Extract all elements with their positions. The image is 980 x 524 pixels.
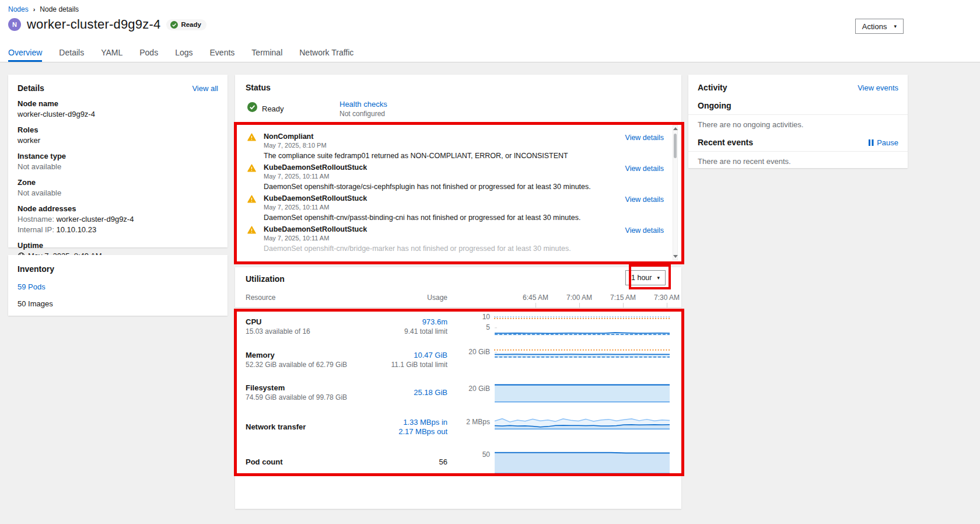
usage-value-link[interactable]: 2.17 MBps out xyxy=(398,427,447,436)
alert-description: The compliance suite fedramp01 returned … xyxy=(264,152,612,160)
y-axis-labels: 20 GiB xyxy=(447,383,495,403)
warning-triangle-icon xyxy=(247,133,256,144)
tab-pods[interactable]: Pods xyxy=(139,44,158,62)
usage-value-link[interactable]: 973.6m xyxy=(422,317,447,327)
chevron-right-icon: › xyxy=(33,6,36,13)
alert-view-details-link[interactable]: View details xyxy=(625,226,664,235)
actions-button[interactable]: Actions ▾ xyxy=(855,19,904,34)
node-icon: N xyxy=(8,18,21,31)
field-label: Uptime xyxy=(18,241,218,250)
inventory-items: 59 Pods50 Images xyxy=(18,282,218,308)
y-axis-cell: 50 xyxy=(447,445,495,478)
y-axis-tick-label: 2 MBps xyxy=(466,417,490,427)
alert-view-details-link[interactable]: View details xyxy=(625,134,664,142)
caret-down-icon: ▾ xyxy=(657,275,660,281)
details-card-header: Details View all xyxy=(18,83,218,93)
y-axis-tick-label: 50 xyxy=(482,450,490,459)
usage-total-limit: 11.1 GiB total limit xyxy=(391,361,447,369)
field-label: Zone xyxy=(18,178,218,187)
tab-label: Logs xyxy=(175,48,192,57)
alert-item: KubeDaemonSetRolloutStuck May 7, 2025, 1… xyxy=(235,160,671,191)
pause-button[interactable]: Pause xyxy=(869,138,898,147)
usage-value-link[interactable]: 1.33 MBps in xyxy=(403,418,447,427)
alert-view-details-link[interactable]: View details xyxy=(625,165,664,173)
utilization-chart xyxy=(495,383,670,403)
divider xyxy=(688,151,908,152)
time-axis-tick xyxy=(623,303,624,308)
alert-view-details-link[interactable]: View details xyxy=(625,195,664,204)
tab-overview[interactable]: Overview xyxy=(8,44,42,62)
chart-cell xyxy=(495,445,670,478)
alerts-scrollbar[interactable] xyxy=(673,125,678,260)
breadcrumb-link-nodes[interactable]: Nodes xyxy=(8,5,29,13)
resource-name: Network transfer xyxy=(246,422,375,432)
tab-label: Pods xyxy=(139,48,158,57)
breadcrumb-current: Node details xyxy=(40,5,79,13)
inventory-item[interactable]: 59 Pods xyxy=(18,282,218,291)
activity-card-title: Activity xyxy=(698,83,727,92)
alert-item: KubeDaemonSetRolloutStuck May 7, 2025, 1… xyxy=(235,222,671,253)
y-axis-cell: 105 xyxy=(447,310,495,343)
tab-label: YAML xyxy=(101,48,123,57)
view-all-link[interactable]: View all xyxy=(192,84,218,93)
usage-value-link[interactable]: 25.18 GiB xyxy=(414,388,447,397)
activity-card-header: Activity View events xyxy=(698,83,898,92)
usage-total-limit: 9.41 total limit xyxy=(404,327,447,336)
tab-label: Network Traffic xyxy=(299,48,354,57)
utilization-card: Utilization 1 hour ▾ Resource Usage 6:45… xyxy=(235,267,681,509)
resource-name: Filesystem xyxy=(246,383,375,393)
chart-cell xyxy=(495,376,670,409)
tab-logs[interactable]: Logs xyxy=(175,44,192,62)
alert-item: KubeDaemonSetRolloutStuck May 7, 2025, 1… xyxy=(235,191,671,222)
resource-name: CPU xyxy=(246,317,375,327)
time-axis-label: 7:15 AM xyxy=(610,294,636,302)
utilization-column-headers: Resource Usage 6:45 AM7:00 AM7:15 AM7:30… xyxy=(235,294,681,308)
field-values: worker-cluster-d9g9z-4 xyxy=(18,109,218,119)
scrollbar-thumb[interactable] xyxy=(674,134,677,158)
field-value-text: Not available xyxy=(18,162,61,171)
usage-cell: 973.6m9.41 total limit xyxy=(375,310,447,343)
details-field: Roles worker xyxy=(18,125,218,145)
tab-network-traffic[interactable]: Network Traffic xyxy=(299,44,354,62)
scroll-up-icon[interactable] xyxy=(673,127,678,130)
y-axis-labels: 20 GiB xyxy=(447,348,495,372)
details-field: Zone Not available xyxy=(18,178,218,198)
ongoing-empty-message: There are no ongoing activities. xyxy=(698,120,898,129)
duration-select[interactable]: 1 hour ▾ xyxy=(625,270,666,285)
field-value: Hostname: worker-cluster-d9g9z-4 xyxy=(18,214,218,224)
status-card-title: Status xyxy=(246,83,271,92)
details-field: Node addresses Hostname: worker-cluster-… xyxy=(18,204,218,235)
ongoing-section-title: Ongoing xyxy=(698,101,898,110)
tab-terminal[interactable]: Terminal xyxy=(251,44,282,62)
tab-yaml[interactable]: YAML xyxy=(101,44,123,62)
usage-value-link[interactable]: 10.47 GiB xyxy=(414,351,447,360)
chart-cell xyxy=(495,343,670,376)
y-axis-labels: 2 MBps xyxy=(447,416,495,438)
resource-name: Memory xyxy=(246,351,375,360)
time-axis-label: 7:30 AM xyxy=(654,294,680,302)
health-checks-link[interactable]: Health checks xyxy=(340,100,387,109)
alert-timestamp: May 7, 2025, 10:11 AM xyxy=(264,204,612,211)
pause-icon xyxy=(869,139,874,146)
y-axis-cell: 20 GiB xyxy=(447,343,495,376)
alert-name: KubeDaemonSetRolloutStuck xyxy=(264,163,612,172)
resource-sub: 15.03 available of 16 xyxy=(246,327,375,336)
duration-select-value: 1 hour xyxy=(631,274,652,282)
activity-card: Activity View events Ongoing There are n… xyxy=(688,75,908,168)
utilization-row: CPU 15.03 available of 16 973.6m9.41 tot… xyxy=(235,310,681,343)
ready-status-label: Ready xyxy=(262,104,284,113)
view-events-link[interactable]: View events xyxy=(858,83,898,92)
scroll-down-icon[interactable] xyxy=(673,255,678,258)
time-axis-label: 6:45 AM xyxy=(523,294,548,302)
tab-events[interactable]: Events xyxy=(210,44,235,62)
y-axis-tick-label: 20 GiB xyxy=(468,384,490,393)
resource-sub: 52.32 GiB available of 62.79 GiB xyxy=(246,361,375,369)
tab-details[interactable]: Details xyxy=(59,44,84,62)
time-axis-tick xyxy=(579,303,580,308)
field-value-text: worker xyxy=(18,136,40,145)
field-label: Node name xyxy=(18,99,218,109)
y-axis-tick-label: 20 GiB xyxy=(468,347,490,357)
utilization-rows: CPU 15.03 available of 16 973.6m9.41 tot… xyxy=(235,310,681,478)
y-axis-labels: 50 xyxy=(447,450,495,474)
field-value-prefix: Internal IP: xyxy=(18,225,56,234)
